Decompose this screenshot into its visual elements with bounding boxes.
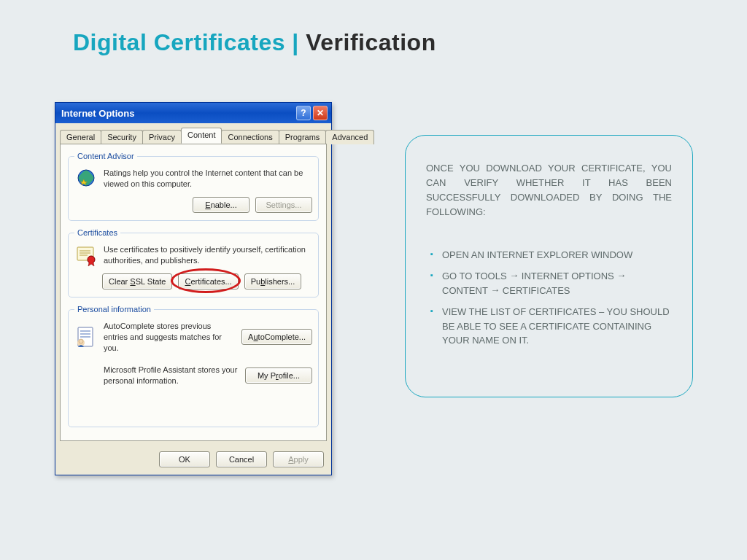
publishers-button[interactable]: Publishers... (244, 273, 302, 289)
personal-info-legend: Personal information (74, 305, 154, 314)
titlebar-buttons: ? ✕ (296, 106, 328, 120)
svg-rect-10 (80, 333, 90, 335)
tab-security[interactable]: Security (101, 130, 143, 144)
clear-ssl-button[interactable]: Clear SSL State (102, 273, 172, 289)
enable-button[interactable]: Enable... (193, 197, 249, 213)
settings-button: Settings... (255, 197, 312, 213)
globe-icon (74, 168, 98, 191)
title-part2: Verification (306, 29, 436, 55)
tabstrip: General Security Privacy Content Connect… (55, 123, 331, 144)
title-separator: | (292, 29, 306, 55)
callout-item-3: View the list of certificates – you shou… (426, 305, 672, 348)
callout-item-2: Go to Tools → Internet Options → Content… (426, 269, 672, 298)
slide-title: Digital Certificates | Verification (73, 29, 436, 56)
callout-intro: Once you download your certificate, you … (426, 161, 672, 235)
certificates-legend: Certificates (74, 228, 120, 237)
certificates-group: Certificates Use certificates to positiv… (68, 228, 319, 298)
apply-button: Apply (273, 451, 324, 467)
certificate-icon (74, 244, 98, 268)
callout-list: Open an Internet Explorer window Go to T… (426, 248, 672, 348)
content-tabpanel: Content Advisor Ratings help you control… (60, 144, 327, 441)
svg-rect-9 (80, 330, 90, 332)
autocomplete-icon (74, 325, 98, 349)
svg-point-13 (79, 339, 83, 343)
close-button[interactable]: ✕ (313, 106, 328, 120)
callout-item-1: Open an Internet Explorer window (426, 248, 672, 262)
internet-options-dialog: Internet Options ? ✕ General Security Pr… (55, 102, 332, 475)
tab-privacy[interactable]: Privacy (142, 130, 182, 144)
content-advisor-group: Content Advisor Ratings help you control… (68, 152, 319, 221)
autocomplete-button[interactable]: AutoComplete... (241, 329, 312, 345)
certificates-text: Use certificates to positively identify … (104, 244, 312, 266)
title-part1: Digital Certificates (73, 29, 292, 55)
personal-info-group: Personal information AutoComplete stores… (68, 305, 319, 427)
tab-content[interactable]: Content (181, 128, 222, 144)
svg-rect-11 (80, 336, 90, 338)
tab-general[interactable]: General (60, 130, 101, 144)
content-advisor-legend: Content Advisor (74, 152, 137, 160)
autocomplete-text: AutoComplete stores previous entries and… (104, 321, 236, 354)
titlebar[interactable]: Internet Options ? ✕ (55, 103, 331, 123)
dialog-footer: OK Cancel Apply (55, 446, 331, 475)
help-button[interactable]: ? (296, 106, 311, 120)
tab-programs[interactable]: Programs (279, 130, 327, 144)
svg-point-7 (88, 256, 95, 263)
certificates-button[interactable]: Certificates... (178, 273, 238, 289)
my-profile-button[interactable]: My Profile... (245, 368, 312, 384)
tab-advanced[interactable]: Advanced (325, 130, 374, 144)
profile-spacer-icon (74, 364, 98, 387)
cancel-button[interactable]: Cancel (216, 451, 267, 467)
titlebar-text: Internet Options (61, 108, 134, 119)
instructions-callout: Once you download your certificate, you … (405, 135, 693, 397)
tab-connections[interactable]: Connections (221, 130, 279, 144)
content-advisor-text: Ratings help you control the Internet co… (104, 168, 312, 190)
profile-text: Microsoft Profile Assistant stores your … (104, 365, 239, 386)
ok-button[interactable]: OK (159, 451, 210, 467)
